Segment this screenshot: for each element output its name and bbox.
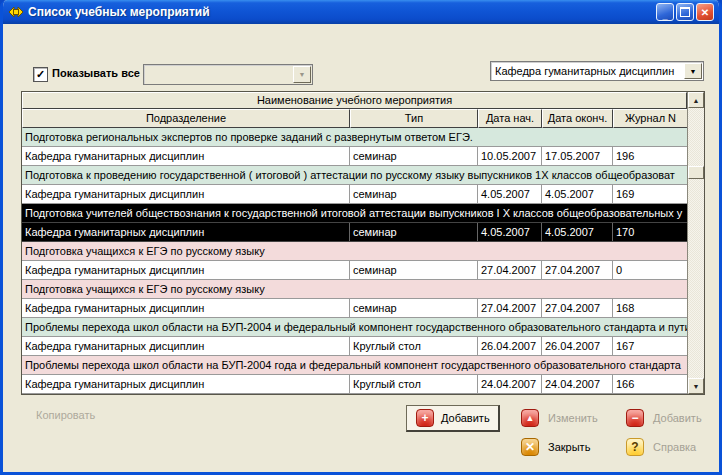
group-header-row[interactable]: Подготовка учителей обществознания к гос… [22, 204, 687, 223]
table-cell: 167 [613, 337, 687, 355]
table-row[interactable]: Кафедра гуманитарных дисциплинсеминар27.… [22, 299, 687, 318]
table-cell: Кафедра гуманитарных дисциплин [22, 185, 350, 203]
column-header-type[interactable]: Тип [350, 109, 478, 128]
group-header-row[interactable]: Проблемы перехода школ области на БУП-20… [22, 318, 687, 337]
table-cell: 4.05.2007 [478, 185, 542, 203]
table-body: Подготовка региональных экспертов по про… [22, 128, 687, 394]
scroll-up-icon: ▲ [693, 97, 700, 104]
plus-icon: + [416, 409, 434, 427]
table-row[interactable]: Кафедра гуманитарных дисциплинсеминар27.… [22, 261, 687, 280]
table-cell: семинар [350, 261, 478, 279]
table-cell: семинар [350, 185, 478, 203]
table-cell: 166 [613, 375, 687, 393]
table-cell: 0 [613, 261, 687, 279]
table-cell: 4.05.2007 [542, 185, 613, 203]
type-filter-combo: ▼ [143, 64, 313, 85]
table-cell: Кафедра гуманитарных дисциплин [22, 375, 350, 393]
table-row[interactable]: Кафедра гуманитарных дисциплинсеминар4.0… [22, 185, 687, 204]
title-bar: Список учебных мероприятий _ ✕ [3, 0, 719, 24]
remove-button-label: Добавить [653, 412, 702, 424]
column-header-journal[interactable]: Журнал N [613, 109, 687, 128]
table-cell: семинар [350, 223, 478, 241]
table-cell: 4.05.2007 [478, 223, 542, 241]
add-button[interactable]: + Добавить [406, 405, 500, 432]
remove-button: − Добавить [626, 409, 702, 427]
group-header-row[interactable]: Подготовка учащихся к ЕГЭ по русскому яз… [22, 242, 687, 261]
department-combo[interactable]: Кафедра гуманитарных дисциплин ▼ [490, 61, 704, 81]
maximize-button[interactable] [676, 3, 694, 21]
client-area: ✓ Показывать все ▼ Кафедра гуманитарных … [3, 24, 719, 472]
table-cell: 17.05.2007 [542, 147, 613, 165]
table-cell: 27.04.2007 [542, 261, 613, 279]
minus-icon: − [626, 409, 644, 427]
window: Список учебных мероприятий _ ✕ ✓ Показыв… [0, 0, 722, 475]
group-header-row[interactable]: Подготовка к проведению государственной … [22, 166, 687, 185]
maximize-icon [680, 7, 690, 17]
events-table: Наименование учебного мероприятия Подраз… [21, 91, 705, 395]
table-cell: 26.04.2007 [478, 337, 542, 355]
table-cell: Круглый стол [350, 375, 478, 393]
table-cell: Кафедра гуманитарных дисциплин [22, 223, 350, 241]
table-cell: Кафедра гуманитарных дисциплин [22, 261, 350, 279]
show-all-checkbox[interactable]: ✓ [33, 67, 48, 82]
scrollbar-thumb[interactable] [688, 166, 704, 179]
help-button-label: Справка [653, 441, 696, 453]
app-icon [8, 4, 24, 20]
table-cell: Кафедра гуманитарных дисциплин [22, 147, 350, 165]
chevron-down-icon: ▼ [293, 66, 311, 83]
edit-button: ▲ Изменить [521, 409, 598, 427]
table-cell: 196 [613, 147, 687, 165]
table-row[interactable]: Кафедра гуманитарных дисциплинсеминар4.0… [22, 223, 687, 242]
check-icon: ✓ [36, 68, 45, 81]
up-triangle-icon: ▲ [521, 409, 539, 427]
table-cell: Круглый стол [350, 337, 478, 355]
add-button-label: Добавить [441, 412, 490, 424]
table-cell: 170 [613, 223, 687, 241]
table-cell: 168 [613, 299, 687, 317]
question-icon: ? [626, 438, 644, 456]
table-cell: Кафедра гуманитарных дисциплин [22, 337, 350, 355]
table-row[interactable]: Кафедра гуманитарных дисциплинсеминар10.… [22, 147, 687, 166]
group-header-row[interactable]: Подготовка региональных экспертов по про… [22, 128, 687, 147]
group-header-row[interactable]: Проблемы перехода школ области на БУП-20… [22, 356, 687, 375]
show-all-label: Показывать все [52, 67, 140, 79]
minimize-button[interactable]: _ [656, 3, 674, 21]
table-cell: семинар [350, 299, 478, 317]
table-cell: семинар [350, 147, 478, 165]
column-header-date-end[interactable]: Дата оконч. [542, 109, 613, 128]
scroll-down-icon: ▼ [693, 383, 700, 390]
close-form-button[interactable]: ✕ Закрыть [521, 438, 590, 456]
table-cell: 4.05.2007 [542, 223, 613, 241]
close-icon: ✕ [701, 7, 709, 18]
table-title-header[interactable]: Наименование учебного мероприятия [22, 92, 687, 109]
copy-button: Копировать [36, 409, 95, 421]
table-row[interactable]: Кафедра гуманитарных дисциплинКруглый ст… [22, 375, 687, 394]
table-cell: 27.04.2007 [478, 261, 542, 279]
table-cell: 24.04.2007 [542, 375, 613, 393]
table-cell: 27.04.2007 [478, 299, 542, 317]
table-cell: 169 [613, 185, 687, 203]
table-cell: 10.05.2007 [478, 147, 542, 165]
minimize-icon: _ [662, 11, 667, 21]
table-column-headers: Подразделение Тип Дата нач. Дата оконч. … [22, 109, 687, 128]
scrollbar-track[interactable] [688, 108, 704, 378]
table-cell: 24.04.2007 [478, 375, 542, 393]
table-cell: 27.04.2007 [542, 299, 613, 317]
window-title: Список учебных мероприятий [28, 5, 654, 19]
scroll-up-button[interactable]: ▲ [688, 92, 704, 108]
department-combo-value: Кафедра гуманитарных дисциплин [491, 65, 683, 77]
close-form-button-label: Закрыть [548, 441, 590, 453]
table-cell: Кафедра гуманитарных дисциплин [22, 299, 350, 317]
edit-button-label: Изменить [548, 412, 598, 424]
chevron-down-icon[interactable]: ▼ [684, 63, 702, 79]
group-header-row[interactable]: Подготовка учащихся к ЕГЭ по русскому яз… [22, 280, 687, 299]
table-cell: 26.04.2007 [542, 337, 613, 355]
column-header-department[interactable]: Подразделение [22, 109, 350, 128]
vertical-scrollbar[interactable]: ▲ ▼ [687, 92, 704, 394]
scroll-down-button[interactable]: ▼ [688, 378, 704, 394]
column-header-date-start[interactable]: Дата нач. [478, 109, 542, 128]
help-button: ? Справка [626, 438, 696, 456]
table-row[interactable]: Кафедра гуманитарных дисциплинКруглый ст… [22, 337, 687, 356]
x-icon: ✕ [521, 438, 539, 456]
close-button[interactable]: ✕ [696, 3, 714, 21]
